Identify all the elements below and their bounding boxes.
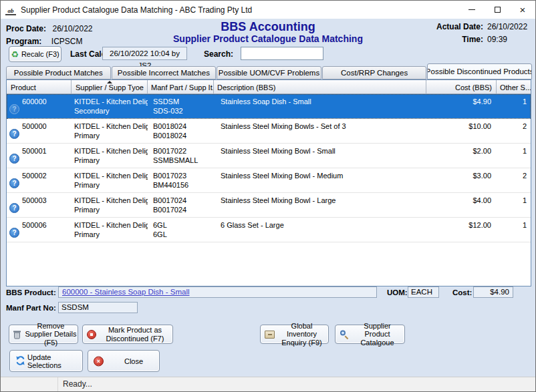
maximize-icon xyxy=(495,7,501,13)
recalc-button[interactable]: ♻ Recalc (F3) xyxy=(9,46,61,62)
question-icon xyxy=(9,228,19,238)
supplier-product-catalogue-button[interactable]: Supplier Product Catalgoue xyxy=(335,325,405,344)
table-row[interactable]: 500003 KITDEL - Kitchen Delights Primary… xyxy=(7,193,531,218)
tab-cost-rrp-changes[interactable]: Cost/RRP Changes xyxy=(322,66,427,79)
global-inventory-enquiry-button[interactable]: Global Inventory Enquiry (F9) xyxy=(260,325,329,344)
discontinued-icon xyxy=(87,330,96,339)
other-suppliers-count: 1 xyxy=(497,144,531,168)
window-title: Supplier Product Catalogue Data Matching… xyxy=(21,5,252,15)
supplier-type: Primary xyxy=(74,230,148,239)
search-label: Search: xyxy=(204,49,233,59)
description-bbs: Stainless Soap Dish - Small xyxy=(214,94,426,118)
question-icon xyxy=(9,178,19,188)
supplier-type: Primary xyxy=(74,156,148,165)
manf-part-number: B0017022 xyxy=(153,146,214,156)
other-suppliers-count: 1 xyxy=(497,94,531,118)
remove-supplier-details-button[interactable]: Remove Supplier Details (F5) xyxy=(9,325,78,344)
tab-bar: Possible Product MatchesPossible Incorre… xyxy=(6,63,533,79)
column-header-product[interactable]: Product xyxy=(7,80,72,93)
supplier-item-number: B0018024 xyxy=(153,131,214,140)
column-header-other-suppliers[interactable]: Other S... xyxy=(497,80,531,93)
other-suppliers-count: 2 xyxy=(497,119,531,143)
supplier-name: KITDEL - Kitchen Delights xyxy=(74,220,148,230)
supplier-type: Primary xyxy=(74,205,148,214)
title-bar: ab Supplier Product Catalogue Data Match… xyxy=(1,1,535,19)
minimize-button[interactable] xyxy=(459,1,485,19)
supplier-name: KITDEL - Kitchen Delights xyxy=(74,97,148,106)
close-icon: × xyxy=(520,5,526,15)
description-bbs: Stainless Steel Mixing Bowl - Small xyxy=(214,144,426,168)
supplier-name: KITDEL - Kitchen Delights xyxy=(74,171,148,180)
supplier-type: Primary xyxy=(74,180,148,190)
mark-product-discontinued-button[interactable]: Mark Product as Discontinued (F7) xyxy=(82,325,173,344)
date-time-block: Actual Date: 26/10/2022 Time: 09:39 xyxy=(436,22,530,47)
question-icon xyxy=(9,154,19,164)
cost-label: Cost: xyxy=(452,288,472,297)
table-body: 600000 KITDEL - Kitchen Delights Seconda… xyxy=(7,94,531,242)
maximize-button[interactable] xyxy=(485,1,510,19)
column-header-cost[interactable]: Cost (BBS) xyxy=(426,80,497,93)
description-bbs: Stainless Steel Mixing Bowls - Set of 3 xyxy=(214,119,426,143)
manf-part-number: SSDSM xyxy=(153,97,214,106)
close-button[interactable]: Close xyxy=(88,350,160,372)
status-text: Ready... xyxy=(58,377,535,391)
cost-bbs: $12.00 xyxy=(426,218,497,242)
time-value: 09:39 xyxy=(487,35,530,47)
tab-possible-discontinued-products[interactable]: Possible Discontinued Products xyxy=(427,63,532,79)
status-bar: Ready... xyxy=(1,377,535,391)
product-number: 500006 xyxy=(22,221,47,229)
cost-bbs: $2.00 xyxy=(426,144,497,168)
magnifier-icon xyxy=(340,329,350,339)
close-circle-icon xyxy=(94,356,104,366)
trash-icon xyxy=(13,330,21,339)
global-inventory-enquiry-label: Global Inventory Enquiry (F9) xyxy=(275,322,328,347)
column-header-supplier[interactable]: Supplier / Supp Tyoe xyxy=(72,80,148,93)
update-selections-label: Update Selections xyxy=(27,353,82,369)
supplier-type: Primary xyxy=(74,131,148,140)
tab-possible-product-matches[interactable]: Possible Product Matches xyxy=(6,66,111,79)
table-row[interactable]: 600000 KITDEL - Kitchen Delights Seconda… xyxy=(7,94,531,119)
time-label: Time: xyxy=(462,35,483,47)
question-icon xyxy=(9,203,19,213)
product-number: 500003 xyxy=(22,196,47,204)
supplier-item-number: SSMBSMALL xyxy=(153,156,214,165)
question-icon xyxy=(9,104,19,114)
table-row[interactable]: 500006 KITDEL - Kitchen Delights Primary… xyxy=(7,218,531,242)
last-calc-field: 26/10/2022 10:04 by JS2 xyxy=(102,47,187,60)
search-input[interactable] xyxy=(241,47,323,60)
supplier-product-catalogue-label: Supplier Product Catalgoue xyxy=(350,322,404,347)
recycle-icon: ♻ xyxy=(11,50,19,59)
inventory-drawer-icon xyxy=(265,331,275,339)
tab-possible-incorrect-matches[interactable]: Possible Incorrect Matches xyxy=(112,66,217,79)
supplier-item-number: 6GL xyxy=(153,230,214,239)
product-number: 500000 xyxy=(22,122,47,130)
uom-field: EACH xyxy=(408,286,439,298)
table-row[interactable]: 500002 KITDEL - Kitchen Delights Primary… xyxy=(7,168,531,193)
table-row[interactable]: 500001 KITDEL - Kitchen Delights Primary… xyxy=(7,144,531,168)
manf-part-number: B0017024 xyxy=(153,196,214,205)
actual-date-label: Actual Date: xyxy=(436,22,483,35)
sync-arrows-icon xyxy=(15,355,25,367)
column-header-description[interactable]: Description (BBS) xyxy=(214,80,426,93)
recalc-button-label: Recalc (F3) xyxy=(21,50,59,58)
product-number: 500002 xyxy=(22,172,47,180)
close-window-button[interactable]: × xyxy=(510,1,535,19)
mark-product-discontinued-label: Mark Product as Discontinued (F7) xyxy=(98,326,172,343)
column-header-manf-part[interactable]: Manf Part / Supp It... xyxy=(148,80,214,93)
supplier-item-number: BM440156 xyxy=(153,180,214,190)
table-header-row: Product Supplier / Supp Tyoe Manf Part /… xyxy=(7,80,531,94)
app-icon: ab xyxy=(5,5,16,15)
window-controls: × xyxy=(459,1,535,19)
supplier-item-number: B0017024 xyxy=(153,205,214,214)
description-bbs: 6 Glass Set - Large xyxy=(214,218,426,242)
update-selections-button[interactable]: Update Selections xyxy=(9,350,83,372)
bbs-product-field: 600000 - Stainless Soap Dish - Small xyxy=(58,286,377,298)
table-row[interactable]: 500000 KITDEL - Kitchen Delights Primary… xyxy=(7,119,531,144)
cost-bbs: $10.00 xyxy=(426,119,497,143)
manf-part-number: 6GL xyxy=(153,220,214,230)
other-suppliers-count: 1 xyxy=(497,193,531,217)
bbs-product-link[interactable]: 600000 - Stainless Soap Dish - Small xyxy=(62,288,190,296)
other-suppliers-count: 2 xyxy=(497,168,531,192)
tab-possible-uom-cvf-problems[interactable]: Possible UOM/CVF Problems xyxy=(217,66,321,79)
supplier-item-number: SDS-032 xyxy=(153,106,214,116)
